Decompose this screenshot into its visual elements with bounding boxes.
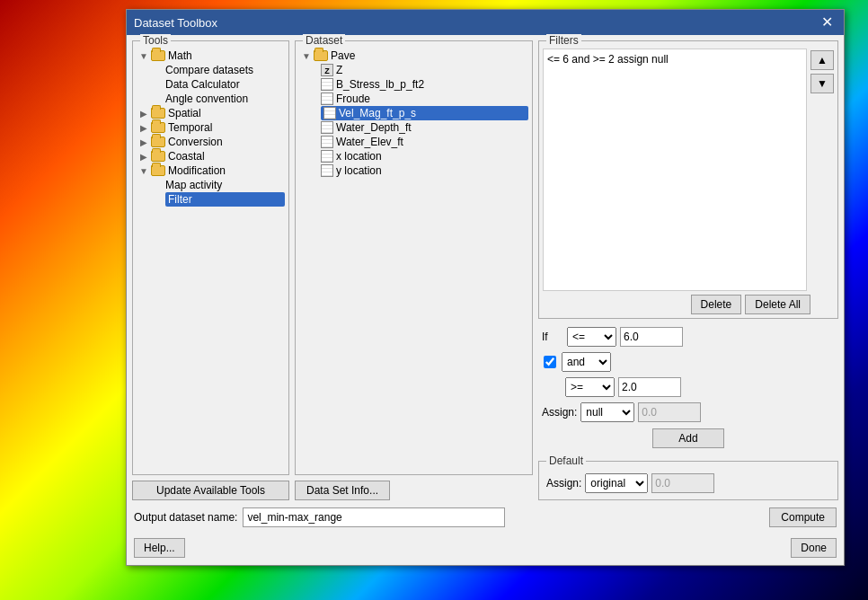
default-assign-input[interactable]	[651, 473, 714, 493]
tree-item-modification[interactable]: ▼ Modification	[137, 163, 285, 178]
waterelev-label: Water_Elev_ft	[336, 136, 403, 148]
dataset-label: Dataset	[303, 34, 345, 47]
spatial-folder-icon	[151, 108, 165, 119]
filter-arrows: ▲ ▼	[810, 49, 834, 291]
and-cond-value-input[interactable]	[618, 377, 681, 397]
tree-item-pave[interactable]: ▼ Pave	[299, 49, 528, 63]
dataset-item-yloc[interactable]: y location	[321, 163, 528, 178]
compute-button[interactable]: Compute	[769, 507, 837, 527]
assign-label: Assign:	[542, 406, 577, 419]
conversion-toggle[interactable]: ▶	[137, 137, 151, 147]
filters-section: Filters <= 6 and >= 2 assign null ▲ ▼	[538, 40, 838, 319]
yloc-label: y location	[336, 164, 382, 177]
angle-label: Angle convention	[165, 93, 248, 105]
default-assign-select[interactable]: original null 0	[585, 473, 648, 493]
default-assign-row: Assign: original null 0	[543, 471, 834, 496]
delete-button[interactable]: Delete	[691, 295, 742, 314]
tools-section: Tools ▼ Math Compare datasets	[132, 40, 289, 475]
title-bar: Dataset Toolbox ✕	[127, 10, 844, 35]
dataset-item-bstress[interactable]: B_Stress_lb_p_ft2	[321, 77, 528, 92]
assign-select[interactable]: null 0 NaN	[580, 402, 634, 422]
temporal-toggle[interactable]: ▶	[137, 123, 151, 133]
done-button[interactable]: Done	[791, 538, 837, 558]
velmag-grid-icon	[323, 107, 336, 119]
temporal-label: Temporal	[168, 121, 212, 134]
froude-grid-icon	[321, 93, 333, 105]
and-row: and or	[538, 349, 838, 375]
conversion-label: Conversion	[168, 136, 223, 148]
default-label: Default	[546, 454, 586, 467]
add-button[interactable]: Add	[652, 428, 724, 448]
very-bottom-bar: Help... Done	[132, 534, 838, 560]
and-cond-operator-select[interactable]: >= <= = < >	[565, 377, 615, 397]
assign-value-input[interactable]	[638, 402, 701, 422]
tree-item-spatial[interactable]: ▶ Spatial	[137, 106, 285, 120]
help-button[interactable]: Help...	[134, 538, 185, 558]
tree-item-conversion[interactable]: ▶ Conversion	[137, 135, 285, 149]
and-checkbox[interactable]	[544, 356, 556, 368]
tree-item-temporal[interactable]: ▶ Temporal	[137, 120, 285, 135]
z-label: Z	[336, 64, 342, 76]
dataset-toolbox-dialog: Dataset Toolbox ✕ Tools ▼ Math	[126, 9, 845, 566]
conversion-folder-icon	[151, 137, 165, 147]
pave-toggle[interactable]: ▼	[299, 51, 314, 61]
assign-row: Assign: null 0 NaN	[538, 400, 838, 425]
tree-item-compare[interactable]: Compare datasets	[165, 63, 285, 77]
modification-label: Modification	[168, 164, 226, 177]
modification-folder-icon	[151, 165, 165, 176]
if-row: If <= < = >= >	[538, 324, 838, 349]
temporal-folder-icon	[151, 122, 165, 133]
tools-tree: ▼ Math Compare datasets Data Calculator	[133, 41, 288, 474]
filter-label: Filter	[168, 193, 192, 206]
xloc-label: x location	[336, 150, 382, 163]
dataset-item-waterdepth[interactable]: Water_Depth_ft	[321, 120, 528, 135]
dataset-tree: ▼ Pave Z Z	[296, 41, 532, 474]
and-operator-select[interactable]: and or	[562, 352, 611, 372]
coastal-toggle[interactable]: ▶	[137, 152, 151, 162]
dialog-title: Dataset Toolbox	[134, 16, 217, 30]
tree-item-mapactivity[interactable]: Map activity	[165, 178, 285, 192]
dialog-body: Tools ▼ Math Compare datasets	[127, 35, 844, 565]
math-folder-icon	[151, 50, 165, 61]
math-label: Math	[168, 49, 192, 62]
and-condition-row: >= <= = < >	[538, 375, 838, 400]
math-toggle[interactable]: ▼	[137, 51, 151, 61]
dataset-section: Dataset ▼ Pave Z Z	[295, 40, 533, 475]
waterdepth-label: Water_Depth_ft	[336, 121, 412, 134]
spatial-toggle[interactable]: ▶	[137, 109, 151, 119]
filter-expression: <= 6 and >= 2 assign null	[547, 53, 669, 66]
spatial-label: Spatial	[168, 107, 201, 119]
pave-folder-icon	[314, 50, 328, 61]
tree-item-math[interactable]: ▼ Math	[137, 49, 285, 63]
update-tools-button[interactable]: Update Available Tools	[132, 481, 289, 500]
xloc-grid-icon	[321, 150, 333, 163]
if-value-input[interactable]	[620, 327, 683, 347]
tree-item-filter[interactable]: Filter	[165, 192, 285, 207]
dataset-item-z[interactable]: Z Z	[321, 63, 528, 77]
if-operator-select[interactable]: <= < = >= >	[567, 327, 616, 347]
tree-item-coastal[interactable]: ▶ Coastal	[137, 149, 285, 163]
pave-children: Z Z B_Stress_lb_p_ft2 Froude	[314, 63, 528, 178]
modification-children: Map activity Filter	[151, 178, 285, 207]
filters-label: Filters	[546, 34, 581, 47]
modification-toggle[interactable]: ▼	[137, 166, 151, 176]
dataset-item-xloc[interactable]: x location	[321, 149, 528, 163]
delete-all-button[interactable]: Delete All	[745, 295, 810, 314]
close-button[interactable]: ✕	[818, 15, 837, 30]
filter-up-button[interactable]: ▲	[810, 50, 834, 70]
output-name-input[interactable]	[243, 507, 505, 527]
dataset-item-froude[interactable]: Froude	[321, 92, 528, 106]
z-icon: Z	[321, 64, 333, 76]
filter-down-button[interactable]: ▼	[810, 74, 834, 93]
bottom-bar: Output dataset name: Compute	[132, 504, 838, 531]
tree-item-angle[interactable]: Angle convention	[165, 92, 285, 106]
bstress-grid-icon	[321, 78, 333, 91]
dataset-item-waterelev[interactable]: Water_Elev_ft	[321, 135, 528, 149]
main-panels: Tools ▼ Math Compare datasets	[132, 40, 838, 500]
tree-item-calculator[interactable]: Data Calculator	[165, 77, 285, 92]
dataset-item-velmag[interactable]: Vel_Mag_ft_p_s	[321, 106, 528, 120]
add-row: Add	[538, 425, 838, 452]
yloc-grid-icon	[321, 164, 333, 177]
dataset-info-button[interactable]: Data Set Info...	[295, 481, 390, 500]
conditions-area: If <= < = >= > an	[538, 322, 838, 454]
